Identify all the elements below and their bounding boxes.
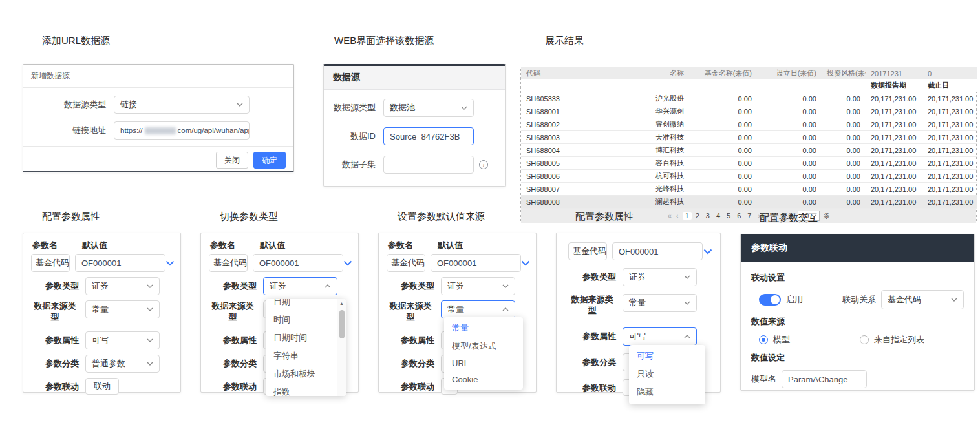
chevron-down-icon [502, 284, 509, 288]
param-default-input[interactable] [75, 254, 165, 272]
close-button[interactable]: 关闭 [216, 152, 248, 169]
param-type-select[interactable]: 证券 [441, 277, 515, 295]
data-source-type-select[interactable]: 常量 [441, 300, 515, 318]
radio-from-list[interactable] [860, 335, 869, 344]
table-row[interactable]: SH688007光峰科技0.000.000.0020,171,231.0020,… [521, 183, 977, 196]
param-name-box[interactable]: 基金代码 [568, 242, 607, 260]
scroll-up-icon[interactable]: ▲ [339, 299, 344, 308]
radio-model[interactable] [759, 335, 768, 344]
dropdown-option[interactable]: 时间 [266, 311, 337, 329]
param-default-input[interactable] [253, 254, 343, 272]
table-row[interactable]: SH688006杭可科技0.000.000.0020,171,231.0020,… [521, 170, 977, 183]
col-header[interactable]: 20171231 [866, 67, 922, 79]
section-title: 添加URL数据源 [23, 35, 294, 47]
dropdown-option[interactable]: 日期 [266, 299, 337, 311]
result-table-body: SH605333沪光股份0.000.000.0020,171,231.0020,… [521, 92, 977, 209]
table-cell: 杭可科技 [621, 170, 689, 183]
param-attr-select[interactable]: 可写 [85, 331, 160, 349]
collapse-chevron-icon[interactable] [703, 249, 712, 255]
model-name-input[interactable] [782, 370, 867, 388]
col-header[interactable]: 基金名称(来值) [689, 67, 757, 79]
table-cell: 20,171,231.00 [922, 131, 977, 144]
dropdown-option[interactable]: 可写 [629, 347, 705, 365]
collapse-chevron-icon[interactable] [165, 260, 175, 266]
dropdown-option[interactable]: 日期时间 [266, 329, 337, 347]
param-default-input[interactable] [612, 242, 703, 260]
dropdown-option[interactable]: Cookie [444, 371, 523, 388]
param-type-select[interactable]: 证券 [85, 277, 160, 295]
page: 添加URL数据源 新增数据源 数据源类型 链接 链接地址 https://com… [0, 0, 980, 447]
dropdown-option[interactable]: 隐藏 [629, 383, 705, 401]
table-row[interactable]: SH688005容百科技0.000.000.0020,171,231.0020,… [521, 157, 977, 170]
param-type-value: 证券 [629, 271, 646, 283]
param-default-input[interactable] [431, 254, 521, 272]
dropdown-option[interactable]: 指数 [266, 383, 337, 396]
table-cell: 20,171,231.00 [866, 196, 922, 209]
table-cell: 0.00 [689, 131, 757, 144]
table-cell: SH605333 [521, 92, 621, 105]
param-type-label: 参数类型 [387, 277, 441, 291]
col-header[interactable]: 代码 [521, 67, 621, 79]
table-cell: 0.00 [689, 183, 757, 196]
info-icon[interactable]: i [479, 160, 488, 169]
group-param-attr-1: 配置参数属性 参数名 默认值 基金代码 参数类型 证券 数据来源类型 [23, 211, 181, 393]
table-cell: SH688008 [521, 196, 621, 209]
scrollbar-thumb[interactable] [339, 310, 345, 338]
data-source-type-select[interactable]: 常量 [85, 300, 160, 318]
dropdown-option[interactable]: 模型/表达式 [444, 337, 523, 355]
table-row[interactable]: SH688008澜起科技0.000.000.0020,171,231.0020,… [521, 196, 977, 209]
param-type-label: 参数类型 [209, 277, 263, 291]
table-cell: 0.00 [689, 92, 757, 105]
chevron-down-icon [147, 284, 153, 288]
param-panel: 基金代码 参数类型 证券 数据来源类型 常量 参数属性 [556, 233, 721, 393]
col-header[interactable]: 设立日(来值) [757, 67, 822, 79]
table-cell: 0.00 [822, 170, 866, 183]
param-type-select[interactable]: 证券 [623, 268, 697, 286]
data-subset-input[interactable] [383, 156, 474, 174]
table-cell: 0.00 [757, 92, 822, 105]
param-link-button[interactable]: 联动 [85, 378, 119, 395]
col-header[interactable]: 投资风格(来值) [822, 67, 866, 79]
param-panel: 参数名 默认值 基金代码 参数类型 证券 数据来源类型 参数属性 [200, 233, 359, 393]
dropdown-option[interactable]: 市场和板块 [266, 365, 337, 383]
param-type-select[interactable]: 证券 [263, 277, 337, 295]
param-name-box[interactable]: 基金代码 [387, 254, 425, 272]
table-row[interactable]: SH688001华兴源创0.000.000.0020,171,231.0020,… [521, 105, 977, 118]
table-row[interactable]: SH605333沪光股份0.000.000.0020,171,231.0020,… [521, 92, 977, 105]
collapse-chevron-icon[interactable] [343, 260, 352, 266]
param-panel: 参数名 默认值 基金代码 参数类型 证券 数据来源类型 常量 [378, 233, 537, 393]
table-row[interactable]: SH688004博汇科技0.000.000.0020,171,231.0020,… [521, 144, 977, 157]
table-row[interactable]: SH688002睿创微纳0.000.000.0020,171,231.0020,… [521, 118, 977, 131]
data-id-input[interactable] [383, 127, 474, 145]
param-name-box[interactable]: 基金代码 [209, 254, 248, 272]
dropdown-option[interactable]: 只读 [629, 365, 705, 383]
page-number[interactable]: 5 [724, 212, 733, 220]
enable-toggle[interactable] [759, 294, 781, 306]
table-row[interactable]: SH688003天准科技0.000.000.0020,171,231.0020,… [521, 131, 977, 144]
param-attr-select[interactable]: 可写 [623, 327, 697, 346]
datasource-type-select[interactable]: 数据池 [383, 99, 474, 117]
relation-select[interactable]: 基金代码 [881, 290, 964, 309]
table-cell: 0.00 [822, 183, 866, 196]
scrollbar[interactable]: ▲ [337, 299, 346, 396]
collapse-chevron-icon[interactable] [521, 260, 530, 266]
col-header[interactable]: 0 [922, 67, 977, 79]
dropdown-option[interactable]: URL [444, 355, 523, 371]
param-name-box[interactable]: 基金代码 [31, 254, 70, 272]
table-cell: 20,171,231.00 [922, 183, 977, 196]
table-cell: 0.00 [757, 118, 822, 131]
col-header[interactable]: 名称 [621, 67, 689, 79]
datasource-type-select[interactable]: 链接 [114, 96, 250, 114]
data-source-type-select[interactable]: 常量 [623, 294, 697, 312]
dropdown-option[interactable]: 常量 [444, 319, 523, 337]
table-cell: 20,171,231.00 [922, 92, 977, 105]
confirm-button[interactable]: 确定 [253, 152, 286, 169]
param-name-header: 参数名 [32, 240, 58, 249]
col-subheader: 截止日 [922, 79, 977, 92]
url-input[interactable]: https://com/ug/api/wuhan/app/data/lis [114, 121, 250, 140]
data-source-type-value: 常量 [447, 304, 464, 315]
dropdown-option[interactable]: 字符串 [266, 347, 337, 365]
param-type-value: 证券 [92, 280, 109, 292]
param-class-select[interactable]: 普通参数 [85, 355, 160, 373]
section-title: 切换参数类型 [200, 211, 359, 222]
